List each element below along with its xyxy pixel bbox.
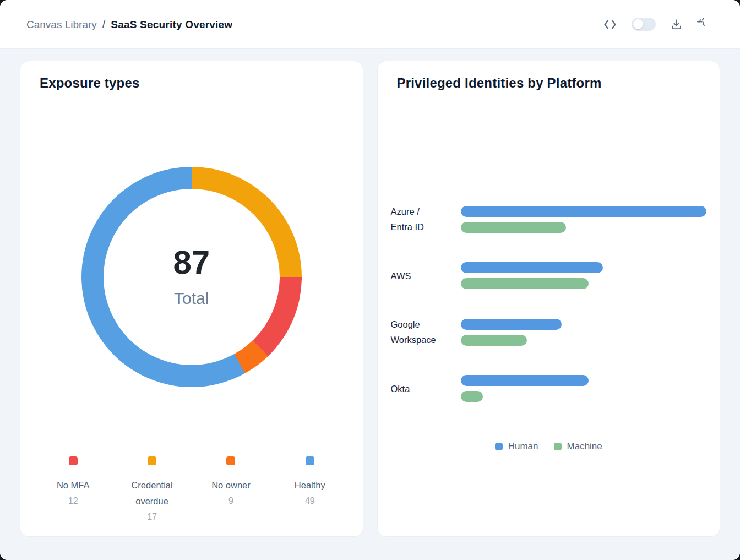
toggle-knob — [633, 19, 643, 29]
privileged-identities-card: Privileged Identities by Platform Azure … — [377, 61, 721, 537]
healthy-swatch — [306, 456, 314, 465]
legend-label: Machine — [567, 441, 602, 452]
bar-group — [461, 319, 707, 346]
code-icon[interactable] — [603, 19, 617, 30]
machine-bar[interactable] — [461, 222, 567, 233]
exposure-types-card: Exposure types 87 Total No MFA 12 — [20, 61, 363, 537]
legend-item-no-owner: No owner 9 — [192, 456, 270, 522]
page-header: Canvas Library / SaaS Security Overview — [0, 0, 740, 49]
legend-label: No owner — [211, 477, 251, 493]
breadcrumb: Canvas Library / SaaS Security Overview — [26, 18, 232, 31]
legend-item-machine: Machine — [554, 441, 602, 452]
bar-group — [461, 262, 707, 289]
legend-item-credential-overdue: Credential overdue 17 — [112, 456, 191, 522]
exposure-card-title: Exposure types — [40, 75, 344, 91]
category-label: Google Workspace — [391, 317, 461, 347]
history-icon[interactable] — [697, 18, 709, 30]
legend-value: 49 — [305, 496, 315, 506]
credential-overdue-swatch — [148, 456, 156, 465]
exposure-donut-chart[interactable]: 87 Total — [81, 167, 302, 387]
legend-label: Healthy — [295, 477, 325, 493]
donut-total-value: 87 — [173, 246, 210, 279]
header-actions — [603, 18, 709, 31]
no-mfa-swatch — [69, 456, 78, 465]
donut-chart-area: 87 Total — [20, 167, 363, 387]
legend-label: Human — [508, 441, 538, 452]
privileged-bar-chart: Azure / Entra ID AWS — [391, 204, 707, 402]
category-label: Okta — [391, 381, 461, 396]
donut-hole: 87 Total — [104, 189, 280, 365]
download-icon[interactable] — [671, 19, 682, 30]
code-view-toggle[interactable] — [632, 18, 656, 31]
breadcrumb-separator: / — [102, 18, 106, 31]
bar-group — [461, 375, 707, 402]
exposure-legend: No MFA 12 Credential overdue 17 No owner… — [34, 456, 350, 522]
legend-value: 12 — [68, 496, 78, 506]
machine-swatch — [554, 443, 562, 450]
human-bar[interactable] — [461, 319, 562, 330]
machine-bar[interactable] — [461, 391, 483, 402]
human-bar[interactable] — [461, 375, 589, 386]
machine-bar[interactable] — [461, 335, 527, 346]
app-window: Canvas Library / SaaS Security Overview — [0, 0, 740, 560]
legend-item-no-mfa: No MFA 12 — [34, 456, 112, 522]
legend-item-healthy: Healthy 49 — [270, 456, 349, 522]
legend-label: No MFA — [57, 477, 90, 493]
donut-total-label: Total — [174, 289, 209, 308]
bar-group — [461, 206, 707, 233]
privileged-legend: Human Machine — [378, 441, 720, 452]
category-label: AWS — [391, 268, 461, 284]
bar-row-azure-entra-id: Azure / Entra ID — [391, 204, 707, 235]
exposure-card-header: Exposure types — [34, 61, 350, 105]
bar-row-aws: AWS — [391, 262, 707, 289]
category-label: Azure / Entra ID — [391, 204, 461, 235]
privileged-card-header: Privileged Identities by Platform — [391, 61, 707, 105]
page-title: SaaS Security Overview — [111, 19, 232, 31]
dashboard-content: Exposure types 87 Total No MFA 12 — [0, 49, 740, 560]
human-bar[interactable] — [461, 262, 603, 273]
legend-value: 17 — [147, 512, 157, 522]
no-owner-swatch — [226, 456, 235, 465]
breadcrumb-library-link[interactable]: Canvas Library — [26, 19, 97, 31]
machine-bar[interactable] — [461, 278, 589, 289]
human-swatch — [495, 443, 503, 450]
human-bar[interactable] — [461, 206, 707, 217]
legend-label: Credential overdue — [121, 477, 183, 509]
bar-row-okta: Okta — [391, 375, 707, 402]
legend-value: 9 — [228, 496, 233, 506]
legend-item-human: Human — [495, 441, 538, 452]
privileged-card-title: Privileged Identities by Platform — [397, 75, 701, 91]
bar-row-google-workspace: Google Workspace — [391, 317, 707, 347]
